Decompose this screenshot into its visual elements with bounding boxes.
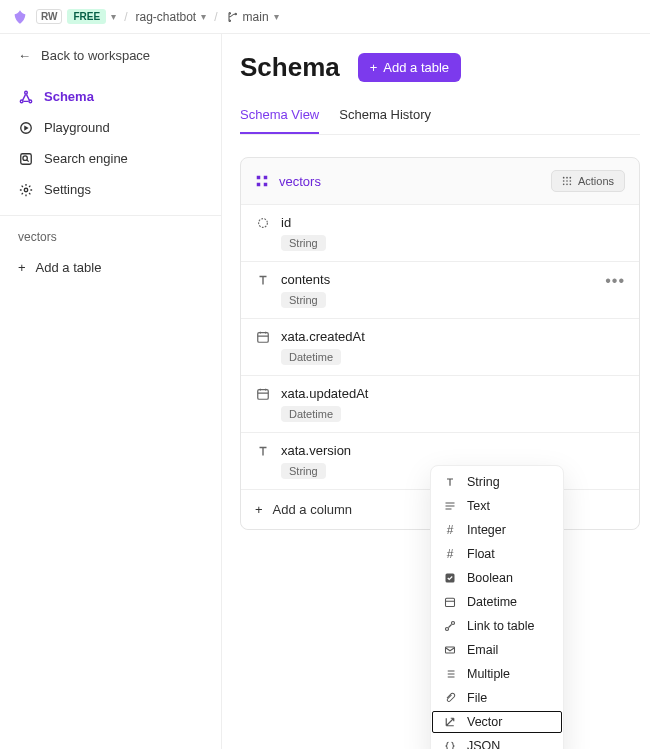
datetime-icon xyxy=(255,386,271,401)
svg-point-6 xyxy=(24,188,28,192)
hash-icon: # xyxy=(443,523,457,537)
text-type-icon xyxy=(443,476,457,488)
svg-rect-4 xyxy=(21,153,32,164)
svg-point-11 xyxy=(563,177,565,179)
sidebar-item-label: Search engine xyxy=(44,151,128,166)
dropdown-item-file[interactable]: File xyxy=(431,686,563,710)
chevron-down-icon: ▾ xyxy=(111,11,116,22)
vector-icon xyxy=(443,716,457,728)
plus-icon: + xyxy=(18,260,26,275)
grid-icon xyxy=(562,176,572,186)
tab-schema-view[interactable]: Schema View xyxy=(240,101,319,134)
text-type-icon xyxy=(255,443,271,458)
svg-point-25 xyxy=(446,628,449,631)
svg-rect-10 xyxy=(264,183,268,187)
column-name: xata.updatedAt xyxy=(281,386,368,401)
dropdown-item-string[interactable]: String xyxy=(431,470,563,494)
project-crumb[interactable]: rag-chatbot ▾ xyxy=(136,10,207,24)
plus-icon: + xyxy=(255,502,263,517)
svg-point-12 xyxy=(566,177,568,179)
tabs: Schema View Schema History xyxy=(240,101,640,135)
column-type-badge: Datetime xyxy=(281,349,341,365)
dropdown-item-email[interactable]: Email xyxy=(431,638,563,662)
breadcrumb-separator: / xyxy=(124,10,127,24)
back-to-workspace[interactable]: ← Back to workspace xyxy=(0,34,221,77)
dropdown-item-multiple[interactable]: Multiple xyxy=(431,662,563,686)
column-menu-button[interactable]: ••• xyxy=(605,272,625,290)
page-title: Schema xyxy=(240,52,340,83)
sidebar-item-settings[interactable]: Settings xyxy=(8,174,213,205)
dropdown-item-datetime[interactable]: Datetime xyxy=(431,590,563,614)
svg-point-16 xyxy=(569,180,571,182)
dropdown-item-boolean[interactable]: Boolean xyxy=(431,566,563,590)
dropdown-item-label: Integer xyxy=(467,523,506,537)
datetime-icon xyxy=(443,596,457,608)
chevron-down-icon: ▾ xyxy=(201,11,206,22)
dropdown-item-label: Boolean xyxy=(467,571,513,585)
svg-point-20 xyxy=(259,219,268,228)
datetime-icon xyxy=(255,329,271,344)
svg-point-14 xyxy=(563,180,565,182)
sidebar-add-table[interactable]: + Add a table xyxy=(0,252,221,283)
svg-point-18 xyxy=(566,184,568,186)
table-name[interactable]: vectors xyxy=(255,174,321,189)
dropdown-item-json[interactable]: JSON xyxy=(431,734,563,749)
dropdown-item-float[interactable]: # Float xyxy=(431,542,563,566)
sidebar-item-search-engine[interactable]: Search engine xyxy=(8,143,213,174)
svg-rect-22 xyxy=(258,390,269,400)
top-bar: RW FREE ▾ / rag-chatbot ▾ / main ▾ xyxy=(0,0,650,34)
nodes-icon xyxy=(18,90,34,104)
actions-button[interactable]: Actions xyxy=(551,170,625,192)
paperclip-icon xyxy=(443,692,457,704)
workspace-crumb[interactable]: RW FREE ▾ xyxy=(36,9,116,24)
tables-section-label: vectors xyxy=(0,216,221,252)
svg-point-26 xyxy=(452,622,455,625)
column-type-badge: String xyxy=(281,463,326,479)
dropdown-item-link-to-table[interactable]: Link to table xyxy=(431,614,563,638)
add-column-label: Add a column xyxy=(273,502,353,517)
column-type-badge: String xyxy=(281,235,326,251)
column-row: xata.updatedAt Datetime xyxy=(241,375,639,432)
column-name: xata.version xyxy=(281,443,351,458)
sidebar-item-label: Playground xyxy=(44,120,110,135)
id-icon xyxy=(255,215,271,230)
dropdown-item-vector[interactable]: Vector xyxy=(431,710,563,734)
svg-rect-9 xyxy=(257,183,261,187)
svg-point-15 xyxy=(566,180,568,182)
dropdown-item-label: File xyxy=(467,691,487,705)
column-type-badge: Datetime xyxy=(281,406,341,422)
dropdown-item-integer[interactable]: # Integer xyxy=(431,518,563,542)
sidebar-item-playground[interactable]: Playground xyxy=(8,112,213,143)
add-table-button[interactable]: + Add a table xyxy=(358,53,461,82)
text-type-icon xyxy=(255,272,271,287)
table-icon xyxy=(255,174,269,188)
branch-crumb[interactable]: main ▾ xyxy=(226,10,279,24)
dropdown-item-text[interactable]: Text xyxy=(431,494,563,518)
actions-label: Actions xyxy=(578,175,614,187)
svg-rect-27 xyxy=(446,647,455,653)
svg-point-5 xyxy=(23,155,27,159)
column-name: id xyxy=(281,215,326,230)
search-engine-icon xyxy=(18,152,34,166)
json-icon xyxy=(443,740,457,749)
svg-point-13 xyxy=(569,177,571,179)
gear-icon xyxy=(18,183,34,197)
dropdown-item-label: Vector xyxy=(467,715,502,729)
sidebar-item-label: Settings xyxy=(44,182,91,197)
branch-name: main xyxy=(243,10,269,24)
branch-icon xyxy=(226,11,238,23)
column-name: xata.createdAt xyxy=(281,329,365,344)
svg-point-1 xyxy=(25,91,28,94)
arrow-left-icon: ← xyxy=(18,48,31,63)
dropdown-item-label: Link to table xyxy=(467,619,534,633)
main-content: Schema + Add a table Schema View Schema … xyxy=(222,34,650,749)
svg-point-19 xyxy=(569,184,571,186)
column-row: xata.createdAt Datetime xyxy=(241,318,639,375)
logo-icon xyxy=(12,9,28,25)
table-name-label: vectors xyxy=(279,174,321,189)
plus-icon: + xyxy=(370,60,378,75)
add-table-label: Add a table xyxy=(36,260,102,275)
tab-schema-history[interactable]: Schema History xyxy=(339,101,431,134)
dropdown-item-label: String xyxy=(467,475,500,489)
sidebar-item-schema[interactable]: Schema xyxy=(8,81,213,112)
